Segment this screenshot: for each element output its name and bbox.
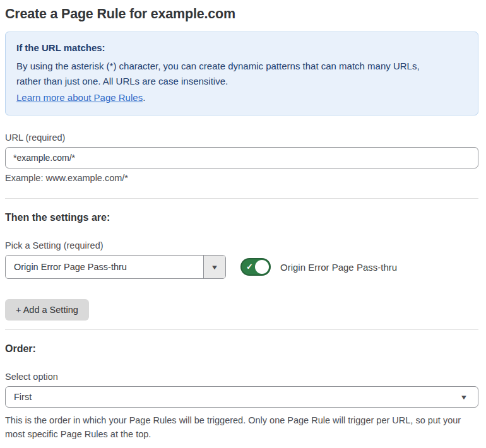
add-setting-button[interactable]: + Add a Setting — [5, 299, 89, 321]
check-icon: ✓ — [246, 262, 253, 271]
divider — [5, 329, 478, 330]
info-link-row: Learn more about Page Rules. — [16, 90, 467, 105]
url-input[interactable] — [5, 147, 478, 168]
page-title: Create a Page Rule for example.com — [5, 6, 478, 22]
order-select[interactable]: First ▼ — [5, 386, 478, 408]
setting-toggle-label: Origin Error Page Pass-thru — [280, 262, 397, 273]
order-helper-text: This is the order in which your Page Rul… — [5, 413, 477, 442]
setting-select[interactable]: Origin Error Page Pass-thru ▼ — [5, 255, 226, 279]
toggle-knob — [255, 260, 269, 274]
learn-more-link[interactable]: Learn more about Page Rules — [16, 92, 143, 103]
url-match-info-box: If the URL matches: By using the asteris… — [5, 32, 478, 115]
order-select-value: First — [14, 392, 32, 402]
setting-select-value: Origin Error Page Pass-thru — [6, 256, 203, 278]
settings-section-heading: Then the settings are: — [5, 212, 478, 223]
page-rule-form: Create a Page Rule for example.com If th… — [0, 0, 486, 448]
setting-row: Origin Error Page Pass-thru ▼ ✓ Origin E… — [5, 255, 478, 279]
info-box-heading: If the URL matches: — [16, 40, 467, 56]
order-select-label: Select option — [5, 372, 478, 382]
url-example-helper: Example: www.example.com/* — [5, 173, 478, 183]
info-box-body: By using the asterisk (*) character, you… — [16, 59, 443, 89]
info-link-suffix: . — [143, 92, 145, 103]
pick-setting-label: Pick a Setting (required) — [5, 240, 478, 251]
chevron-down-icon: ▼ — [460, 394, 468, 401]
chevron-down-icon: ▼ — [211, 264, 219, 271]
order-section-heading: Order: — [5, 343, 478, 355]
url-field-label: URL (required) — [5, 133, 478, 143]
divider — [5, 198, 478, 199]
setting-toggle[interactable]: ✓ — [240, 258, 271, 276]
setting-select-arrow-box[interactable]: ▼ — [203, 256, 225, 278]
